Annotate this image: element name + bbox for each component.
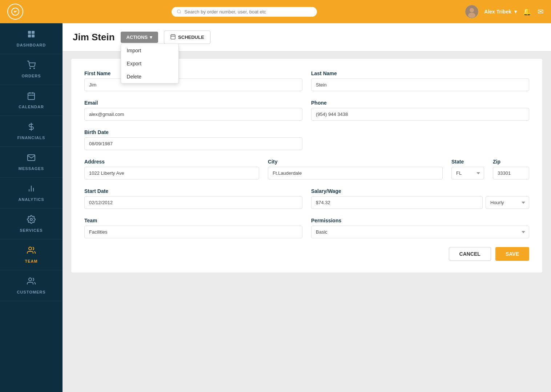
team-label: Team — [84, 218, 302, 223]
notification-icon[interactable]: 🔔 — [523, 7, 532, 16]
mail-icon[interactable]: ✉ — [538, 7, 544, 16]
team-icon — [27, 246, 36, 257]
avatar — [465, 5, 478, 18]
team-input[interactable] — [84, 226, 302, 238]
zip-label: Zip — [493, 159, 529, 165]
birth-date-group: Birth Date — [84, 129, 302, 150]
chevron-down-icon: ▾ — [150, 35, 152, 40]
salary-row: Hourly Salary — [311, 196, 529, 209]
team-group: Team — [84, 218, 302, 238]
sidebar-label-messages: MESSAGES — [19, 166, 44, 171]
sidebar-label-orders: ORDERS — [21, 74, 41, 78]
sidebar-item-dashboard[interactable]: DASHBOARD — [0, 23, 63, 54]
svg-point-20 — [29, 247, 32, 250]
salary-type-select[interactable]: Hourly Salary — [486, 196, 529, 209]
sidebar-item-orders[interactable]: ORDERS — [0, 54, 63, 85]
header-right: Alex Tribek ▾ 🔔 ✉ — [465, 5, 544, 18]
dropdown-item-export[interactable]: Export — [121, 57, 178, 70]
last-name-label: Last Name — [311, 70, 529, 76]
salary-label: Salary/Wage — [311, 188, 529, 194]
phone-group: Phone — [311, 100, 529, 121]
row-birthdate: Birth Date — [84, 129, 529, 150]
dropdown-item-delete[interactable]: Delete — [121, 70, 178, 83]
city-label: City — [268, 159, 443, 165]
user-name[interactable]: Alex Tribek ▾ — [484, 9, 517, 15]
sidebar-item-messages[interactable]: MESSAGES — [0, 147, 63, 178]
sidebar-item-services[interactable]: SERVICES — [0, 209, 63, 239]
calendar-icon — [27, 92, 36, 102]
logo[interactable] — [7, 4, 23, 20]
phone-label: Phone — [311, 100, 529, 106]
sidebar-item-financials[interactable]: FINANCIALS — [0, 116, 63, 147]
last-name-input[interactable] — [311, 78, 529, 91]
schedule-button[interactable]: SCHEDULE — [164, 31, 210, 44]
sidebar-label-dashboard: DASHBOARD — [17, 43, 46, 47]
search-input[interactable] — [184, 9, 312, 15]
svg-point-1 — [177, 10, 181, 13]
permissions-group: Permissions Basic Admin Manager — [311, 218, 529, 238]
calendar-icon — [170, 34, 176, 41]
row-address: Address City State FL CA NY TX — [84, 159, 529, 179]
start-date-input[interactable] — [84, 196, 302, 209]
sidebar-item-analytics[interactable]: ANALYTICS — [0, 178, 63, 209]
email-input[interactable] — [84, 108, 302, 121]
state-group: State FL CA NY TX — [451, 159, 484, 179]
actions-dropdown-menu: Import Export Delete — [121, 44, 179, 84]
dashboard-icon — [27, 30, 36, 41]
sidebar-label-financials: FINANCIALS — [17, 136, 45, 140]
sidebar-label-services: SERVICES — [20, 228, 43, 233]
dropdown-item-import[interactable]: Import — [121, 44, 178, 57]
customers-icon — [27, 277, 36, 288]
address-group: Address — [84, 159, 259, 179]
salary-group: Salary/Wage Hourly Salary — [311, 188, 529, 209]
sidebar: DASHBOARD ORDERS CALENDAR FINANCIALS MES… — [0, 23, 63, 392]
sidebar-item-customers[interactable]: CUSTOMERS — [0, 270, 63, 301]
zip-group: Zip — [493, 159, 529, 179]
svg-rect-8 — [32, 35, 35, 37]
top-header: Alex Tribek ▾ 🔔 ✉ — [0, 0, 551, 23]
search-icon — [177, 9, 181, 14]
messages-icon — [27, 153, 36, 164]
first-name-input[interactable] — [84, 78, 302, 91]
sidebar-label-calendar: CALENDAR — [19, 105, 44, 109]
page-header: Jim Stein ACTIONS ▾ Import Export Delete… — [63, 23, 551, 52]
state-label: State — [451, 159, 484, 165]
svg-rect-5 — [28, 31, 31, 34]
permissions-label: Permissions — [311, 218, 529, 223]
address-input[interactable] — [84, 167, 259, 179]
form-footer: CANCEL SAVE — [84, 247, 529, 261]
actions-button[interactable]: ACTIONS ▾ — [121, 32, 158, 43]
financials-icon — [27, 122, 36, 133]
svg-rect-7 — [28, 35, 31, 37]
search-bar[interactable] — [172, 7, 317, 17]
svg-point-3 — [470, 8, 474, 12]
zip-input[interactable] — [493, 167, 529, 179]
first-name-label: First Name — [84, 70, 302, 76]
sidebar-label-customers: CUSTOMERS — [17, 290, 45, 294]
city-group: City — [268, 159, 443, 179]
email-group: Email — [84, 100, 302, 121]
save-button[interactable]: SAVE — [495, 247, 529, 261]
analytics-icon — [27, 184, 36, 195]
birth-date-spacer — [311, 129, 529, 150]
cancel-button[interactable]: CANCEL — [449, 247, 491, 261]
orders-icon — [27, 61, 36, 72]
city-input[interactable] — [268, 167, 443, 179]
svg-rect-22 — [171, 35, 175, 39]
svg-point-21 — [29, 278, 32, 281]
page-title: Jim Stein — [73, 32, 115, 43]
birth-date-input[interactable] — [84, 137, 302, 150]
phone-input[interactable] — [311, 108, 529, 121]
sidebar-item-calendar[interactable]: CALENDAR — [0, 85, 63, 116]
salary-input[interactable] — [311, 196, 483, 209]
state-select[interactable]: FL CA NY TX — [451, 167, 484, 179]
form-card: First Name Last Name Email Phone — [71, 59, 542, 272]
permissions-select[interactable]: Basic Admin Manager — [311, 226, 529, 238]
row-team-perms: Team Permissions Basic Admin Manager — [84, 218, 529, 238]
content-area: Jim Stein ACTIONS ▾ Import Export Delete… — [63, 23, 551, 392]
row-contact: Email Phone — [84, 100, 529, 121]
last-name-group: Last Name — [311, 70, 529, 91]
sidebar-label-team: TEAM — [25, 259, 37, 263]
sidebar-item-team[interactable]: TEAM — [0, 239, 63, 270]
svg-point-9 — [30, 68, 31, 69]
